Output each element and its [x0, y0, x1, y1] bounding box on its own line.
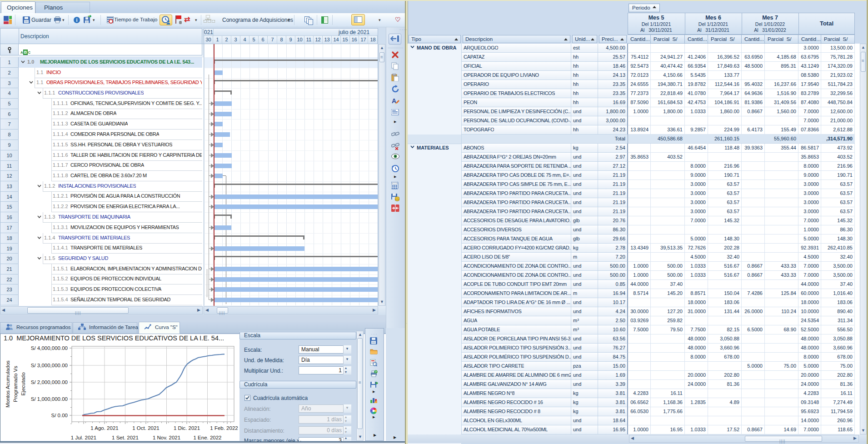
- svg-text:1 Jul. 2021: 1 Jul. 2021: [71, 435, 96, 440]
- svg-text:Ejecutado: Ejecutado: [20, 372, 26, 395]
- svg-text:1 Ago. 2021: 1 Ago. 2021: [90, 425, 118, 431]
- svg-text:Programado Vs: Programado Vs: [13, 366, 18, 402]
- svg-text:S/ 3,000,000.00: S/ 3,000,000.00: [31, 363, 68, 368]
- svg-text:S/ 1,000,000.00: S/ 1,000,000.00: [31, 396, 68, 402]
- svg-text:1 Ene. 2022: 1 Ene. 2022: [193, 435, 221, 440]
- svg-text:S/ 4,000,000.00: S/ 4,000,000.00: [31, 345, 68, 351]
- svg-text:Montos Acumulados: Montos Acumulados: [5, 360, 10, 408]
- svg-text:1 Set. 2021: 1 Set. 2021: [112, 435, 139, 440]
- svg-text:1 Dic. 2021: 1 Dic. 2021: [174, 425, 200, 431]
- svg-text:?: ?: [375, 370, 377, 374]
- svg-text:1 Nov. 2021: 1 Nov. 2021: [153, 435, 180, 440]
- svg-text:S/ 0.00: S/ 0.00: [51, 413, 68, 418]
- svg-text:S/ 2,000,000.00: S/ 2,000,000.00: [31, 379, 68, 385]
- svg-text:1 Oct. 2021: 1 Oct. 2021: [132, 425, 159, 431]
- svg-text:1 Feb. 2022: 1 Feb. 2022: [210, 425, 238, 431]
